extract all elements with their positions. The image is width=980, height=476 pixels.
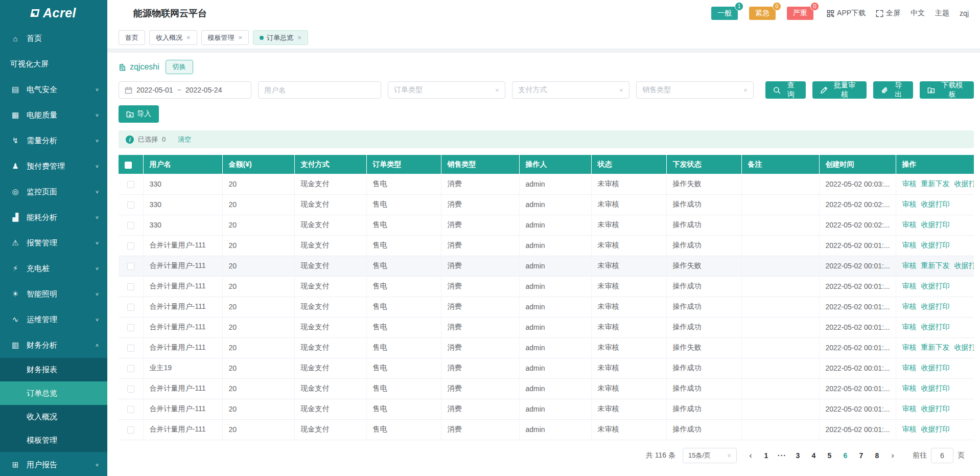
row-checkbox[interactable] — [127, 386, 134, 393]
action-link[interactable]: 收据打印 — [954, 261, 974, 269]
tab-close-icon[interactable]: × — [239, 34, 243, 41]
action-link[interactable]: 收据打印 — [921, 364, 950, 372]
order-type-select[interactable]: 订单类型 ∨ — [388, 81, 505, 99]
tab-order-overview[interactable]: 订单总览 × — [253, 30, 308, 45]
sidebar-item-power-quality[interactable]: ▦ 电能质量 ∨ — [0, 102, 107, 128]
action-link[interactable]: 审核 — [902, 302, 917, 310]
action-link[interactable]: 收据打印 — [921, 302, 950, 310]
sidebar-item-electrical-safety[interactable]: ▤ 电气安全 ∨ — [0, 77, 107, 102]
language-switch[interactable]: 中文 — [911, 9, 925, 18]
goto-page-input[interactable] — [931, 448, 953, 463]
sidebar-item-financial-analysis[interactable]: ▥ 财务分析 ∧ — [0, 332, 107, 358]
username-input[interactable] — [264, 86, 375, 94]
date-range-picker[interactable]: 2022-05-01 ~ 2022-05-24 — [119, 81, 251, 99]
sidebar-item-user-report[interactable]: ⊞ 用户报告 ∨ — [0, 452, 107, 476]
row-checkbox[interactable] — [127, 304, 134, 311]
action-link[interactable]: 重新下发 — [921, 343, 950, 351]
page-8[interactable]: 8 — [870, 448, 884, 463]
select-all-checkbox[interactable] — [125, 162, 132, 169]
action-link[interactable]: 收据打印 — [921, 425, 950, 433]
import-button[interactable]: 导入 — [119, 105, 159, 123]
action-link[interactable]: 收据打印 — [921, 384, 950, 392]
action-link[interactable]: 审核 — [902, 343, 917, 351]
sidebar-subitem-income-overview[interactable]: 收入概况 — [0, 405, 107, 428]
row-checkbox[interactable] — [127, 324, 134, 331]
download-template-button[interactable]: 下载模板 — [920, 81, 974, 99]
fullscreen-button[interactable]: 全屏 — [876, 9, 900, 18]
row-checkbox[interactable] — [127, 426, 134, 434]
sidebar-subitem-order-overview[interactable]: 订单总览 — [0, 381, 107, 405]
tab-income-overview[interactable]: 收入概况 × — [149, 30, 197, 45]
action-link[interactable]: 收据打印 — [921, 220, 950, 229]
sidebar-item-alarm-management[interactable]: ⚠ 报警管理 ∨ — [0, 230, 107, 256]
action-link[interactable]: 审核 — [902, 282, 917, 290]
row-checkbox[interactable] — [127, 201, 134, 209]
row-checkbox[interactable] — [127, 263, 134, 270]
row-checkbox[interactable] — [127, 406, 134, 413]
badge-urgent[interactable]: 紧急 0 — [749, 7, 776, 20]
sidebar-item-energy-analysis[interactable]: ▟ 能耗分析 ∨ — [0, 205, 107, 230]
next-page-button[interactable]: › — [886, 450, 899, 461]
row-checkbox[interactable] — [127, 181, 134, 188]
row-checkbox[interactable] — [127, 222, 134, 229]
sidebar-item-visual-screen[interactable]: 可视化大屏 — [0, 51, 107, 77]
action-link[interactable]: 审核 — [902, 384, 917, 392]
page-5[interactable]: 5 — [823, 448, 836, 463]
page-4[interactable]: 4 — [807, 448, 821, 463]
sidebar-item-demand-analysis[interactable]: ↯ 需量分析 ∨ — [0, 128, 107, 153]
batch-audit-button[interactable]: 批量审核 — [812, 81, 867, 99]
tab-template-management[interactable]: 模板管理 × — [201, 30, 249, 45]
row-checkbox[interactable] — [127, 345, 134, 352]
page-1[interactable]: 1 — [759, 448, 773, 463]
badge-general[interactable]: 一般 1 — [711, 7, 738, 20]
action-link[interactable]: 收据打印 — [921, 241, 950, 249]
sidebar-item-home[interactable]: ⌂ 首页 — [0, 26, 107, 51]
page-3[interactable]: 3 — [791, 448, 805, 463]
badge-critical[interactable]: 严重 0 — [787, 7, 813, 20]
action-link[interactable]: 收据打印 — [921, 282, 950, 290]
action-link[interactable]: 审核 — [902, 323, 917, 331]
page-6[interactable]: 6 — [838, 448, 852, 463]
action-link[interactable]: 审核 — [902, 179, 917, 188]
sidebar-item-smart-lighting[interactable]: ☀ 智能照明 ∨ — [0, 281, 107, 307]
action-link[interactable]: 审核 — [902, 404, 917, 413]
sidebar-item-ops-management[interactable]: ∿ 运维管理 ∨ — [0, 307, 107, 332]
action-link[interactable]: 收据打印 — [921, 200, 950, 208]
page-7[interactable]: 7 — [854, 448, 868, 463]
app-download-link[interactable]: APP下载 — [827, 9, 866, 18]
search-button[interactable]: 查询 — [765, 81, 805, 99]
action-link[interactable]: 审核 — [902, 220, 917, 229]
clear-selection-link[interactable]: 清空 — [178, 135, 191, 144]
user-menu[interactable]: zqj — [960, 9, 969, 17]
tab-close-icon[interactable]: × — [186, 34, 191, 41]
sidebar-item-monitoring-page[interactable]: ◎ 监控页面 ∨ — [0, 179, 107, 205]
sidebar-item-charging-pile[interactable]: ⚡ 充电桩 ∨ — [0, 256, 107, 281]
action-link[interactable]: 审核 — [902, 425, 917, 433]
action-link[interactable]: 收据打印 — [921, 404, 950, 413]
sidebar-subitem-financial-report[interactable]: 财务报表 — [0, 358, 107, 381]
sidebar-item-prepaid-management[interactable]: ♟ 预付费管理 ∨ — [0, 153, 107, 179]
switch-project-button[interactable]: 切换 — [166, 60, 193, 74]
action-link[interactable]: 审核 — [902, 241, 917, 249]
sidebar-fold-icon[interactable] — [119, 10, 126, 17]
theme-switch[interactable]: 主题 — [935, 9, 949, 18]
payment-method-select[interactable]: 支付方式 ∨ — [512, 81, 629, 99]
page-size-select[interactable]: 15条/页 ∨ — [683, 448, 737, 463]
action-link[interactable]: 重新下发 — [921, 179, 950, 188]
row-checkbox[interactable] — [127, 283, 134, 290]
action-link[interactable]: 收据打印 — [921, 323, 950, 331]
tab-close-icon[interactable]: × — [297, 34, 301, 41]
action-link[interactable]: 审核 — [902, 261, 917, 269]
action-link[interactable]: 重新下发 — [921, 261, 950, 269]
sidebar-subitem-template-management[interactable]: 模板管理 — [0, 428, 107, 452]
tab-home[interactable]: 首页 — [119, 30, 145, 45]
row-checkbox[interactable] — [127, 365, 134, 372]
action-link[interactable]: 审核 — [902, 200, 917, 208]
action-link[interactable]: 收据打印 — [954, 343, 974, 351]
action-link[interactable]: 审核 — [902, 364, 917, 372]
sale-type-select[interactable]: 销售类型 ∨ — [636, 81, 754, 99]
row-checkbox[interactable] — [127, 242, 134, 250]
export-button[interactable]: 导出 — [873, 81, 913, 99]
prev-page-button[interactable]: ‹ — [744, 450, 757, 461]
action-link[interactable]: 收据打印 — [954, 179, 974, 188]
